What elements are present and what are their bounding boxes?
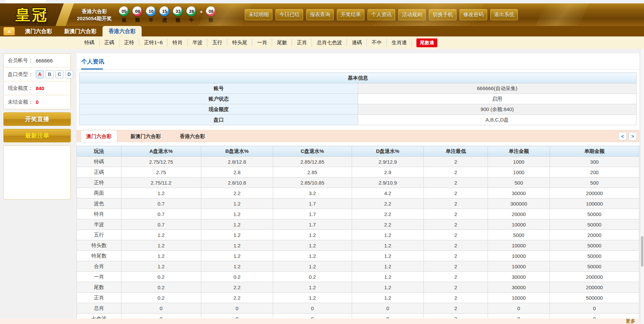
- odds-play-cell: 合肖: [77, 261, 121, 272]
- play-menu-item[interactable]: 总肖七色波: [312, 39, 347, 47]
- odds-cell: 500000: [550, 293, 639, 303]
- latest-bets-button[interactable]: 最新注单: [3, 129, 71, 142]
- info-row: 盘口 A,B,C,D盘: [80, 115, 637, 125]
- vertical-scrollbar[interactable]: [640, 49, 644, 324]
- odds-cell: 2: [424, 219, 488, 230]
- play-menu-item[interactable]: 正特: [119, 39, 139, 47]
- ball-number: 10: [146, 6, 156, 16]
- odds-cell: 50000: [550, 209, 639, 219]
- plate-type-button[interactable]: D: [65, 70, 73, 78]
- odds-lottery-tab[interactable]: 香港六合彩: [174, 130, 210, 142]
- odds-cell: 0: [550, 303, 639, 314]
- odds-play-cell: 特尾数: [77, 251, 121, 261]
- odds-cell: 1.2: [352, 272, 424, 282]
- play-menu-item[interactable]: 尾數: [272, 39, 292, 47]
- odds-play-cell: 特头数: [77, 240, 121, 251]
- table-row: 特肖 0.7 1.2 1.7 2.2 2 20000 50000: [77, 209, 639, 219]
- ball-zodiac: 虎: [159, 17, 170, 23]
- odds-play-cell: 半波: [77, 219, 121, 230]
- odds-cell: 0.7: [121, 209, 201, 219]
- header-nav-button[interactable]: 个人资讯: [368, 9, 395, 20]
- collapse-button[interactable]: [3, 27, 15, 35]
- odds-lottery-tab[interactable]: 澳门六合彩: [81, 130, 117, 142]
- top-strip: [0, 0, 644, 3]
- play-menu-item[interactable]: 特碼: [80, 39, 99, 47]
- account-row: 会员帐号： 666666: [4, 54, 70, 68]
- header-nav-button[interactable]: 切换手机: [429, 9, 457, 20]
- odds-cell: 20000: [488, 209, 550, 219]
- result-ball: 08 雞: [132, 6, 143, 23]
- play-menu-item[interactable]: 半波: [187, 39, 207, 47]
- app-header: 皇冠 香港六合彩 2025054期开奖 05 鼠 08 雞: [0, 3, 644, 26]
- play-menu-item[interactable]: 一肖: [252, 39, 272, 47]
- lottery-tab[interactable]: 香港六合彩: [103, 26, 142, 36]
- brand-logo[interactable]: 皇冠: [0, 3, 64, 26]
- play-menu-item[interactable]: 正碼: [99, 39, 119, 47]
- table-row: 两面 1.2 2.2 3.2 4.2 2 30000 200000: [77, 188, 639, 198]
- odds-cell: 1.2: [201, 251, 273, 261]
- ball-zodiac: 雞: [132, 17, 143, 23]
- header-nav-button[interactable]: 未结明细: [245, 9, 272, 20]
- odds-cell: 1.2: [201, 230, 273, 240]
- play-menu-item[interactable]: 正肖: [292, 39, 312, 47]
- result-ball-special: 08 雞: [205, 6, 216, 23]
- unsettled-value: 0: [36, 99, 38, 105]
- play-menu-item[interactable]: 正特1~6: [139, 39, 168, 47]
- header-nav-button[interactable]: 退出系统: [490, 9, 518, 20]
- header-nav-button[interactable]: 修改密码: [460, 9, 487, 20]
- odds-cell: 2: [424, 178, 488, 188]
- ball-number: 05: [119, 6, 129, 16]
- odds-lottery-tab[interactable]: 新澳门六合彩: [125, 130, 166, 142]
- header-nav-button[interactable]: 报表查询: [306, 9, 334, 20]
- odds-cell: 1.2: [273, 251, 352, 261]
- ball-zodiac: 鼠: [118, 17, 129, 23]
- odds-cell: 2.2: [352, 219, 424, 230]
- info-label-cell: 账户状态: [80, 94, 358, 104]
- play-menu-item[interactable]: 連碼: [347, 39, 367, 47]
- play-menu-item[interactable]: 五行: [207, 39, 227, 47]
- more-link[interactable]: 更多: [626, 318, 635, 324]
- odds-cell: 1.2: [121, 251, 201, 261]
- plate-type-button[interactable]: C: [55, 70, 63, 78]
- main-panel: 个人资讯 基本信息 账号 666666(自动采集) 账: [77, 53, 639, 324]
- odds-cell: 1.2: [201, 219, 273, 230]
- play-menu-item-hot[interactable]: 尾數連: [416, 38, 437, 47]
- play-menu-item[interactable]: 不中: [367, 39, 387, 47]
- odds-cell: 2.8: [201, 167, 273, 178]
- page-title: 个人资讯: [81, 58, 104, 65]
- odds-cell: 0: [488, 303, 550, 314]
- pager-prev-button[interactable]: <: [618, 132, 627, 140]
- pager-next-button[interactable]: >: [628, 132, 637, 140]
- scrollbar-thumb[interactable]: [641, 236, 643, 267]
- odds-cell: 300000: [488, 198, 550, 209]
- odds-cell: 2.75: [121, 167, 201, 178]
- odds-cell: 50000: [550, 240, 639, 251]
- odds-header-cell: D盘退水%: [352, 146, 424, 157]
- plate-type-button[interactable]: A: [36, 70, 44, 78]
- odds-cell: 30000: [488, 272, 550, 282]
- play-menu-item[interactable]: 生肖連: [387, 39, 412, 47]
- odds-pager: < >: [618, 132, 637, 140]
- play-menu-item[interactable]: 特肖: [168, 39, 187, 47]
- header-nav-button[interactable]: 开奖结果: [337, 9, 364, 20]
- lottery-tab[interactable]: 澳门六合彩: [19, 26, 58, 36]
- header-nav-button[interactable]: 今日已结: [275, 9, 303, 20]
- lottery-tab[interactable]: 新澳门六合彩: [58, 26, 103, 36]
- odds-cell: 1.2: [352, 293, 424, 303]
- odds-cell: 4.2: [352, 188, 424, 198]
- play-menu-item[interactable]: 特头尾: [227, 39, 252, 47]
- draw-issue: 2025054期开奖: [77, 15, 112, 22]
- play-menu-items: 特碼 正碼 正特 正特1~6 特肖 半波 五行 特头尾 一肖 尾數 正肖: [80, 39, 412, 47]
- plate-type-button[interactable]: B: [46, 70, 54, 78]
- header-nav-button[interactable]: 活动规则: [398, 9, 426, 20]
- live-draw-button[interactable]: 开奖直播: [3, 112, 71, 126]
- table-row: 特头数 1.2 1.2 1.2 1.2 2 10000 50000: [77, 240, 639, 251]
- info-label-cell: 账号: [80, 83, 358, 94]
- odds-cell: 0: [201, 303, 273, 314]
- info-row: 账户状态 启用: [80, 94, 637, 104]
- odds-cell: 2: [424, 282, 488, 293]
- odds-play-cell: 一肖: [77, 272, 121, 282]
- odds-cell: 100000: [550, 198, 639, 209]
- odds-cell: 0.7: [121, 198, 201, 209]
- odds-cell: 10000: [488, 261, 550, 272]
